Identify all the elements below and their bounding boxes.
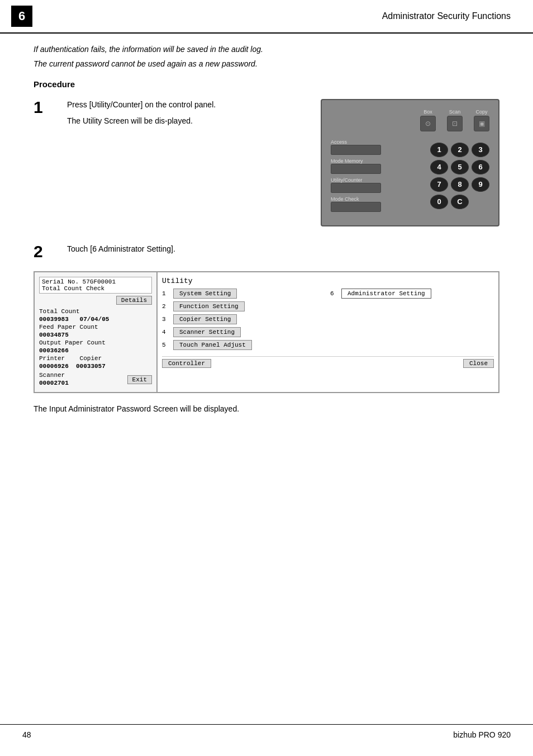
utility-bottom-row: Controller Close (162, 356, 494, 368)
menu-num-2: 2 (162, 303, 170, 310)
feed-paper-label: Feed Paper Count (39, 324, 152, 330)
serial-number: Serial No. 57GF00001 Total Count Check (39, 277, 152, 294)
utility-menu-left: 1 System Setting 2 Function Setting 3 Co… (162, 289, 326, 353)
step-1-number: 1 (34, 99, 50, 116)
menu-num-3: 3 (162, 316, 170, 323)
admin-setting-button[interactable]: Administrator Setting (341, 289, 431, 299)
menu-num-5: 5 (162, 342, 170, 348)
controller-button[interactable]: Controller (162, 359, 211, 368)
note-1: If authentication fails, the information… (34, 45, 499, 54)
procedure-heading: Procedure (34, 79, 499, 89)
output-paper-value: 00036266 (39, 347, 152, 354)
mode-memory-button (331, 164, 381, 174)
panel-mid: Access Mode Memory Utility/Counter Mode … (331, 139, 489, 212)
page-header: 6 Administrator Security Functions (0, 0, 533, 34)
step-1-instruction: Press [Utility/Counter] on the control p… (67, 99, 304, 111)
scanner-label: Scanner (39, 372, 69, 379)
mode-check-button (331, 202, 381, 212)
copier-setting-button[interactable]: Copier Setting (173, 314, 237, 324)
numpad-3: 3 (472, 143, 489, 157)
printer-copier-labels: Printer Copier (39, 355, 152, 362)
main-content: If authentication fails, the information… (0, 45, 533, 413)
menu-row-4: 4 Scanner Setting (162, 327, 326, 337)
feed-paper-value: 00034875 (39, 332, 152, 338)
total-count-label: Total Count (39, 308, 152, 315)
menu-row-3: 3 Copier Setting (162, 314, 326, 324)
utility-menu-right: 6 Administrator Setting (330, 289, 494, 353)
menu-row-1: 1 System Setting (162, 289, 326, 299)
numpad: 1 2 3 4 5 6 7 8 9 0 C (430, 143, 489, 209)
step-1-subnote: The Utility Screen will be dis-played. (67, 115, 304, 127)
scan-label: Scan (449, 109, 461, 115)
utility-right-panel: Utility 1 System Setting 2 Function Sett… (158, 272, 498, 392)
step-2-subnote: The Input Administrator Password Screen … (34, 404, 499, 413)
system-setting-button[interactable]: System Setting (173, 289, 237, 299)
page-number: 48 (22, 730, 31, 739)
mode-memory-row: Mode Memory (331, 158, 381, 174)
header-title: Administrator Security Functions (382, 11, 511, 21)
scan-icon: ⊡ (447, 116, 463, 131)
utility-left-panel: Serial No. 57GF00001 Total Count Check D… (35, 272, 158, 392)
numpad-1: 1 (430, 143, 448, 157)
step-1-row: 1 Press [Utility/Counter] on the control… (34, 99, 499, 226)
access-label: Access (331, 139, 381, 145)
step-2-text: Touch [6 Administrator Setting]. (67, 243, 499, 259)
copy-label: Copy (475, 109, 487, 115)
step-2-instruction: Touch [6 Administrator Setting]. (67, 243, 499, 255)
numpad-0: 0 (430, 195, 448, 209)
numpad-6: 6 (472, 160, 489, 174)
output-paper-label: Output Paper Count (39, 339, 152, 346)
panel-left-buttons: Access Mode Memory Utility/Counter Mode … (331, 139, 381, 212)
mode-check-label: Mode Check (331, 196, 381, 202)
numpad-5: 5 (451, 160, 469, 174)
chapter-number: 6 (11, 6, 32, 27)
box-icon: ⊙ (420, 116, 436, 131)
menu-row-5: 5 Touch Panel Adjust (162, 340, 326, 350)
utility-counter-row: Utility/Counter (331, 177, 381, 193)
mode-check-row: Mode Check (331, 196, 381, 212)
product-name: bizhub PRO 920 (453, 730, 511, 739)
page-footer: 48 bizhub PRO 920 (0, 724, 533, 745)
close-button[interactable]: Close (463, 359, 494, 368)
menu-row-2: 2 Function Setting (162, 301, 326, 311)
utility-counter-button (331, 183, 381, 193)
scan-button-group: Scan ⊡ (447, 109, 463, 131)
menu-num-6: 6 (330, 290, 338, 297)
utility-menu: 1 System Setting 2 Function Setting 3 Co… (162, 289, 494, 353)
utility-screen-inner: Serial No. 57GF00001 Total Count Check D… (35, 272, 498, 392)
numpad-7: 7 (430, 177, 448, 192)
note-2: The current password cannot be used agai… (34, 59, 499, 68)
function-setting-button[interactable]: Function Setting (173, 301, 245, 311)
numpad-9: 9 (472, 177, 489, 192)
scanner-exit-row: Scanner 00002701 Exit (39, 372, 152, 388)
menu-num-4: 4 (162, 329, 170, 336)
access-row: Access (331, 139, 381, 155)
step-1-text: Press [Utility/Counter] on the control p… (67, 99, 304, 131)
mode-memory-label: Mode Memory (331, 158, 381, 164)
exit-button[interactable]: Exit (127, 375, 152, 384)
control-panel-image: Box ⊙ Scan ⊡ Copy ▣ Access (321, 99, 499, 226)
box-button-group: Box ⊙ (420, 109, 436, 131)
scanner-setting-button[interactable]: Scanner Setting (173, 327, 241, 337)
box-label: Box (423, 109, 432, 115)
numpad-8: 8 (451, 177, 469, 192)
utility-title: Utility (162, 277, 494, 285)
step-2-number: 2 (34, 243, 50, 260)
utility-counter-label: Utility/Counter (331, 177, 381, 183)
utility-screen: Serial No. 57GF00001 Total Count Check D… (34, 271, 499, 393)
printer-copier-values: 00006926 00033057 (39, 363, 152, 370)
menu-row-6: 6 Administrator Setting (330, 289, 494, 299)
copy-button-group: Copy ▣ (474, 109, 489, 131)
scanner-value: 00002701 (39, 380, 69, 386)
step-2-row: 2 Touch [6 Administrator Setting]. (34, 243, 499, 260)
menu-num-1: 1 (162, 290, 170, 297)
numpad-c: C (451, 195, 469, 209)
details-button[interactable]: Details (116, 296, 152, 305)
panel-top-buttons: Box ⊙ Scan ⊡ Copy ▣ (331, 109, 489, 131)
copy-icon: ▣ (474, 116, 489, 131)
numpad-2: 2 (451, 143, 469, 157)
total-count-value: 00039983 07/04/05 (39, 316, 152, 323)
numpad-4: 4 (430, 160, 448, 174)
touch-panel-adjust-button[interactable]: Touch Panel Adjust (173, 340, 252, 350)
access-button (331, 145, 381, 155)
